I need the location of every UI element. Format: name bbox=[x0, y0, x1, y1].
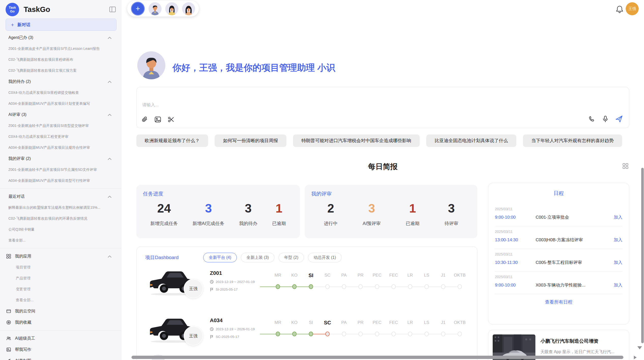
image-icon[interactable] bbox=[154, 116, 161, 123]
schedule-item[interactable]: 2025/03/11 13:00-14:30 C003|H0B-方案冻结评审 加… bbox=[495, 226, 622, 249]
filter-tab-powertrain[interactable]: 动总开发 (1) bbox=[308, 253, 342, 262]
horizontal-scrollbar[interactable] bbox=[131, 356, 623, 359]
milestone-label: OKTB bbox=[451, 319, 468, 326]
app-item-product-mgmt[interactable]: 产品管理 bbox=[0, 273, 121, 284]
send-icon[interactable] bbox=[615, 115, 623, 123]
join-button[interactable]: 加入 bbox=[610, 237, 622, 243]
clock-icon bbox=[210, 280, 214, 284]
milestone-dot bbox=[391, 284, 396, 289]
filter-tab-new-body[interactable]: 全新上装 (3) bbox=[241, 253, 274, 262]
stat-value: 3 bbox=[193, 201, 224, 215]
recent-chat-item[interactable]: 公司Q3轻卡销量 bbox=[0, 224, 121, 235]
task-item[interactable]: Z001-全新燃油皮卡产品开发项目SI节点Lesson Learn报告 bbox=[0, 43, 121, 54]
attach-icon[interactable] bbox=[142, 116, 148, 123]
milestone-label: LS bbox=[418, 272, 435, 279]
write-helper-label: 帮我写作 bbox=[15, 347, 111, 352]
section-agent-done[interactable]: Agent已办 (3) bbox=[0, 32, 121, 43]
stat-label: 待评审 bbox=[445, 220, 458, 227]
sidebar-toggle-icon[interactable] bbox=[109, 6, 116, 12]
filter-tab-model-year[interactable]: 年型 (2) bbox=[279, 253, 304, 262]
agent-avatar-1[interactable] bbox=[149, 2, 162, 15]
suggestion-chips: 欧洲新规最近颁布了什么？ 如何写一份清晰的项目周报 特朗普可能对进口汽车增税会对… bbox=[136, 134, 629, 147]
task-item[interactable]: Z001-全新燃油轻卡产品开发项目SI造型提交物评审 bbox=[0, 120, 121, 131]
suggestion-chip[interactable]: 欧洲新规最近颁布了什么？ bbox=[136, 134, 208, 147]
join-button[interactable]: 加入 bbox=[610, 282, 622, 288]
filter-tab-new-platform[interactable]: 全新平台 (4) bbox=[203, 253, 237, 262]
recent-chat-item[interactable]: 解释最新出台的欧盟报废车法规再生塑料比例被调至15%... bbox=[0, 202, 121, 213]
schedule-item[interactable]: 2025/03/11 9:00-10:00 X003-车辆动力学性能验... 加… bbox=[495, 272, 622, 294]
view-all-chats[interactable]: 查看全部... bbox=[0, 235, 121, 246]
milestone-label: OKTB bbox=[451, 272, 468, 279]
scroll-down-icon[interactable] bbox=[637, 346, 642, 349]
schedule-time: 13:00-14:30 bbox=[495, 237, 536, 243]
app-item-change-mgmt[interactable]: 变更管理 bbox=[0, 284, 121, 295]
task-item[interactable]: C02-飞腾新能源轻客改款项目里程碑画布 bbox=[0, 54, 121, 65]
scroll-right-icon[interactable] bbox=[634, 356, 637, 359]
schedule-item[interactable]: 2025/03/11 10:30-11:30 C005-整车工程目标评审 加入 bbox=[495, 249, 622, 272]
suggestion-chip[interactable]: 特朗普可能对进口汽车增税会对中国车企造成哪些影响 bbox=[293, 134, 420, 147]
project-owner-badge: 王强 bbox=[184, 326, 203, 346]
app-logo: Task Go bbox=[6, 3, 19, 16]
task-item[interactable]: C0X4-动力总成开发项目工程变更评审 bbox=[0, 131, 121, 142]
agent-avatar-2[interactable] bbox=[165, 2, 178, 15]
mic-icon[interactable] bbox=[602, 115, 608, 123]
milestone-dot bbox=[342, 284, 346, 289]
recent-chat-item[interactable]: C02-飞腾新能源轻客改款项目的闭环通告反馈情况 bbox=[0, 213, 121, 224]
suggestion-chip[interactable]: 比亚迪全固态电池计划具体说了什么 bbox=[426, 134, 516, 147]
task-item[interactable]: C02-飞腾新能源轻客改款项目立项汇报方案 bbox=[0, 65, 121, 76]
schedule-item[interactable]: 2025/03/11 9:00-10:00 C001-立项审批会 加入 bbox=[495, 204, 622, 226]
suggestion-chip[interactable]: 如何写一份清晰的项目周报 bbox=[215, 134, 286, 147]
milestone-label: PR bbox=[352, 319, 369, 326]
news-title: 小鹏飞行汽车制造公司增资 bbox=[540, 338, 614, 344]
user-avatar[interactable]: 王强 bbox=[626, 2, 639, 15]
suggestion-chip[interactable]: 当下年轻人对汽车外观有怎样的喜好趋势 bbox=[523, 134, 622, 147]
milestone-dot bbox=[425, 284, 429, 289]
sidebar-item-creative-draw[interactable]: 创意制图 bbox=[0, 355, 121, 360]
milestone-label: PA bbox=[336, 319, 352, 326]
add-agent-button[interactable]: + bbox=[131, 2, 145, 16]
task-item[interactable]: A034-全新新能源MUV产品开发项目计划变更表编写 bbox=[0, 98, 121, 109]
stat-value: 1 bbox=[272, 201, 286, 215]
section-ai-review[interactable]: AI评审 (3) bbox=[0, 109, 121, 120]
sidebar-item-ai-staff[interactable]: AI超级员工 bbox=[0, 333, 121, 344]
milestone-dot bbox=[441, 332, 445, 336]
milestone-dot bbox=[358, 332, 363, 336]
ai-staff-icon bbox=[6, 336, 11, 341]
task-item[interactable]: A034-全新新能源MUV产品开发项目造型可行性评审 bbox=[0, 175, 121, 186]
sidebar-item-favorites[interactable]: 我的收藏 bbox=[0, 317, 121, 328]
task-item[interactable]: A034-全新新能源MUV产品开发项目法规符合性评审 bbox=[0, 142, 121, 153]
task-item[interactable]: C0X4-动力总成开发项目SI里程碑提交物检查 bbox=[0, 87, 121, 98]
bell-icon[interactable] bbox=[616, 5, 623, 13]
view-all-apps[interactable]: 查看全部... bbox=[0, 295, 121, 306]
sidebar-item-my-apps[interactable]: 我的应用 bbox=[0, 251, 121, 262]
milestone-dot-overdue bbox=[325, 332, 330, 336]
join-button[interactable]: 加入 bbox=[610, 260, 622, 265]
scissors-icon[interactable] bbox=[168, 116, 174, 123]
task-item[interactable]: Z001-全新燃油轻卡产品开发项目SI节点属性5D文件评审 bbox=[0, 164, 121, 175]
new-chat-button[interactable]: + 新对话 bbox=[6, 19, 116, 31]
project-row-z001[interactable]: 王强 Z001 2023-12-19 ~ 2027-01-19 SI-2025-… bbox=[146, 265, 470, 311]
section-title: 最近对话 bbox=[8, 194, 25, 199]
view-all-schedule[interactable]: 查看所有日程 bbox=[495, 294, 622, 305]
chat-input[interactable]: 请输入... bbox=[136, 87, 629, 128]
vertical-scrollbar[interactable] bbox=[641, 168, 644, 343]
milestone-dot bbox=[458, 284, 462, 289]
new-chat-label: 新对话 bbox=[17, 22, 30, 28]
join-button[interactable]: 加入 bbox=[610, 214, 622, 220]
stat-label: AI预评审 bbox=[363, 220, 381, 227]
sidebar-item-cloud-space[interactable]: 我的云空间 bbox=[0, 306, 121, 317]
milestone-label: J1 bbox=[435, 319, 451, 326]
section-recent-chats[interactable]: 最近对话 bbox=[0, 191, 121, 202]
cloud-space-icon bbox=[6, 309, 11, 314]
milestone-label: PEC bbox=[369, 272, 385, 279]
section-my-review[interactable]: 我的评审 (2) bbox=[0, 153, 121, 164]
agent-avatar-3[interactable] bbox=[182, 2, 195, 15]
phone-icon[interactable] bbox=[589, 116, 595, 123]
milestone-label: KO bbox=[286, 319, 303, 326]
project-row-a034[interactable]: 王强 A034 2023-12-19 ~ 2026-01-19 SC-2025-… bbox=[146, 312, 470, 358]
section-my-todo[interactable]: 我的待办 (2) bbox=[0, 76, 121, 87]
stat-label: 进行中 bbox=[324, 220, 338, 227]
app-item-project-mgmt[interactable]: 项目管理 bbox=[0, 262, 121, 273]
sidebar-item-write-helper[interactable]: 帮我写作 bbox=[0, 344, 121, 355]
grid-icon[interactable] bbox=[622, 163, 629, 169]
